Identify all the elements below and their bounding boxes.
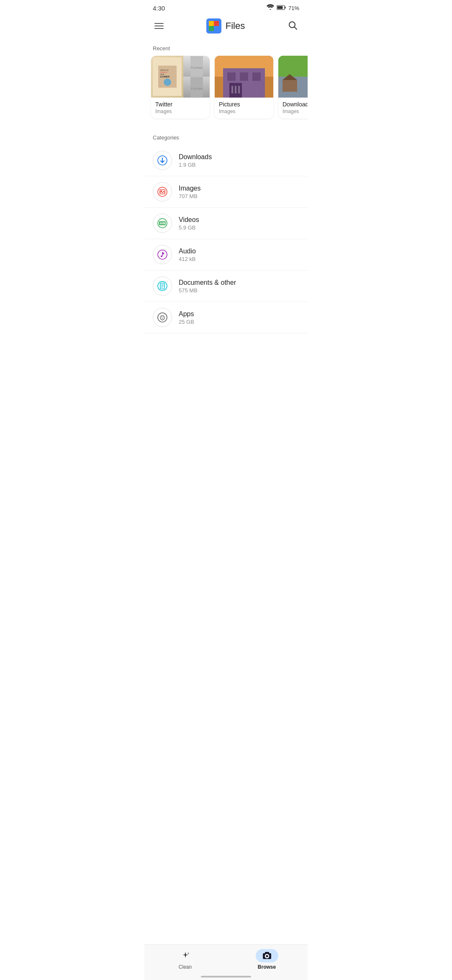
- videos-name: Videos: [179, 216, 299, 224]
- videos-text: Videos 5.9 GB: [179, 216, 299, 231]
- wifi-icon: [267, 4, 274, 12]
- svg-point-52: [161, 255, 162, 257]
- svg-rect-27: [231, 86, 233, 93]
- download-thumb: [278, 56, 308, 98]
- svg-rect-2: [277, 6, 282, 9]
- recent-card-download[interactable]: Download Images: [278, 56, 308, 119]
- svg-point-60: [161, 317, 162, 318]
- audio-size: 412 kB: [179, 256, 299, 262]
- download-card-info: Download Images: [278, 98, 308, 119]
- menu-button[interactable]: [153, 21, 165, 31]
- svg-point-41: [158, 187, 167, 196]
- svg-marker-62: [160, 315, 162, 316]
- audio-text: Audio 412 kB: [179, 248, 299, 262]
- pictures-card-name: Pictures: [219, 101, 269, 108]
- categories-section-label: Categories: [144, 129, 308, 145]
- documents-size: 575 MB: [179, 287, 299, 294]
- svg-marker-7: [214, 26, 219, 31]
- documents-name: Documents & other: [179, 279, 299, 286]
- recent-section-label: Recent: [144, 39, 308, 56]
- category-videos[interactable]: Videos 5.9 GB: [144, 208, 308, 239]
- download-card-name: Download: [282, 101, 308, 108]
- app-header: Files: [144, 14, 308, 39]
- recent-card-twitter[interactable]: I'M NOT A PLAYER I'M A GAMER Fuchsia: [151, 56, 210, 119]
- videos-icon: [157, 218, 168, 229]
- svg-rect-28: [235, 86, 236, 93]
- svg-point-59: [160, 316, 164, 320]
- recent-card-pictures[interactable]: Pictures Images: [215, 56, 273, 119]
- battery-text: 71%: [288, 5, 299, 11]
- svg-text:PLAYER: PLAYER: [160, 71, 167, 73]
- svg-text:Fuchsia: Fuchsia: [190, 87, 203, 90]
- downloads-name: Downloads: [179, 153, 299, 161]
- files-logo: [206, 18, 221, 34]
- status-time: 4:30: [153, 5, 165, 12]
- downloads-text: Downloads 1.9 GB: [179, 153, 299, 168]
- apps-name: Apps: [179, 310, 299, 318]
- svg-marker-6: [209, 26, 214, 31]
- svg-line-9: [294, 27, 297, 30]
- category-audio[interactable]: Audio 412 kB: [144, 239, 308, 271]
- videos-icon-wrap: [153, 214, 172, 233]
- pictures-thumb: [215, 56, 273, 98]
- category-images[interactable]: Images 707 MB: [144, 176, 308, 208]
- category-downloads[interactable]: Downloads 1.9 GB: [144, 145, 308, 176]
- documents-icon: [157, 281, 168, 291]
- category-apps[interactable]: Apps 25 GB: [144, 302, 308, 333]
- videos-size: 5.9 GB: [179, 224, 299, 231]
- documents-icon-wrap: [153, 276, 172, 296]
- svg-text:Fuchsia: Fuchsia: [190, 66, 203, 70]
- downloads-icon-wrap: [153, 151, 172, 170]
- svg-rect-25: [252, 72, 261, 81]
- images-name: Images: [179, 185, 299, 192]
- svg-text:I'M NOT A: I'M NOT A: [160, 69, 168, 71]
- svg-rect-1: [285, 7, 285, 9]
- apps-size: 25 GB: [179, 319, 299, 325]
- category-documents[interactable]: Documents & other 575 MB: [144, 271, 308, 302]
- audio-name: Audio: [179, 248, 299, 255]
- pictures-card-info: Pictures Images: [215, 98, 273, 119]
- downloads-size: 1.9 GB: [179, 162, 299, 168]
- pictures-card-type: Images: [219, 108, 269, 114]
- apps-icon: [157, 312, 168, 323]
- apps-icon-wrap: [153, 308, 172, 327]
- svg-rect-45: [159, 222, 165, 225]
- svg-point-61: [163, 317, 164, 318]
- documents-text: Documents & other 575 MB: [179, 279, 299, 294]
- svg-point-58: [158, 313, 167, 322]
- twitter-card-name: Twitter: [155, 101, 205, 108]
- images-text: Images 707 MB: [179, 185, 299, 199]
- audio-icon-wrap: [153, 245, 172, 264]
- battery-icon: [277, 4, 286, 12]
- recent-cards-row: I'M NOT A PLAYER I'M A GAMER Fuchsia: [144, 56, 308, 125]
- status-icons: 71%: [267, 4, 299, 12]
- svg-point-15: [164, 78, 171, 86]
- twitter-thumb: I'M NOT A PLAYER I'M A GAMER Fuchsia: [151, 56, 210, 98]
- svg-rect-29: [238, 86, 240, 93]
- images-size: 707 MB: [179, 193, 299, 199]
- twitter-card-type: Images: [155, 108, 205, 114]
- apps-text: Apps 25 GB: [179, 310, 299, 325]
- search-button[interactable]: [286, 18, 299, 34]
- categories-section: Categories Downloads 1.9 GB Images: [144, 125, 308, 333]
- images-icon-wrap: [153, 182, 172, 201]
- app-title-wrap: Files: [206, 18, 245, 34]
- app-title: Files: [226, 21, 245, 31]
- svg-text:GAMER: GAMER: [160, 75, 170, 78]
- svg-marker-5: [214, 21, 219, 26]
- images-icon: [157, 186, 168, 197]
- svg-rect-24: [240, 72, 248, 81]
- twitter-card-info: Twitter Images: [151, 98, 210, 119]
- svg-marker-4: [209, 21, 214, 26]
- audio-icon: [157, 249, 168, 260]
- status-bar: 4:30 71%: [144, 0, 308, 14]
- downloads-icon: [157, 155, 168, 166]
- svg-rect-38: [282, 80, 297, 92]
- svg-marker-63: [163, 315, 164, 316]
- download-card-type: Images: [282, 108, 308, 114]
- svg-rect-23: [227, 72, 236, 81]
